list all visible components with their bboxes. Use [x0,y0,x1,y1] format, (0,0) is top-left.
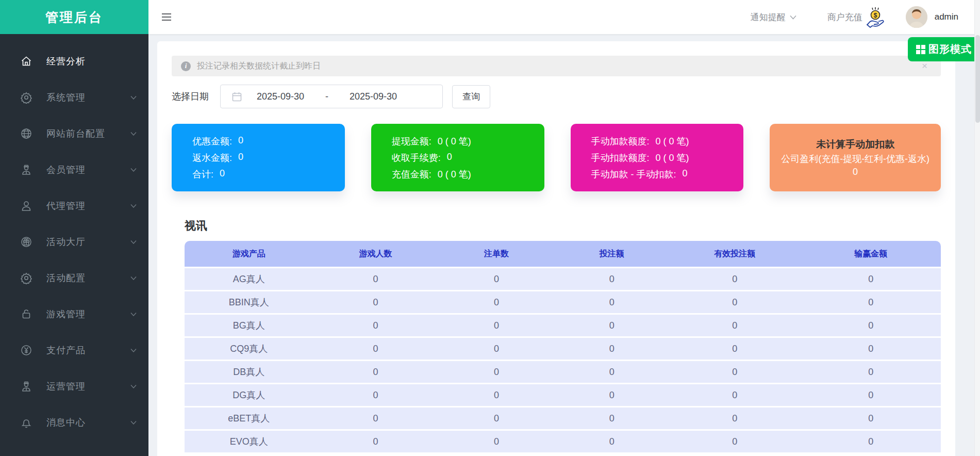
date-range-input[interactable]: 2025-09-30 - 2025-09-30 [220,85,443,108]
sidebar-item-10[interactable]: 消息中心 [0,404,148,441]
value-cell: 0 [555,320,669,331]
info-banner-text: 投注记录相关数据统计截止到昨日 [197,61,922,72]
gift-icon [20,235,33,249]
value-cell: 0 [555,436,669,447]
value-cell: 0 [669,436,801,447]
app-title: 管理后台 [45,9,103,26]
info-icon: i [181,61,191,71]
game-product-cell: BG真人 [185,319,313,332]
gear-icon [20,271,33,285]
sidebar-item-3[interactable]: 会员管理 [0,152,148,188]
value-cell: 0 [438,436,555,447]
value-cell: 0 [438,413,555,424]
lock-icon [20,307,33,321]
sidebar-item-label: 代理管理 [46,200,130,212]
notice-label: 通知提醒 [751,11,786,23]
sidebar-menu: 经营分析系统管理网站前台配置会员管理代理管理活动大厅活动配置游戏管理支付产品运营… [0,34,148,441]
stat-label: 提现金额: [392,135,431,148]
member-icon [20,163,33,176]
gear-icon [20,91,33,104]
value-cell: 0 [801,344,941,354]
chevron-down-icon [130,383,137,390]
stat-label: 手动扣款额度: [591,152,650,164]
stat-value: 0 [683,168,688,181]
notice-dropdown[interactable]: 通知提醒 [751,11,796,23]
profit-card-subtitle: 公司盈利(充值-提现-红利-优惠-返水) [781,153,929,165]
sidebar-item-4[interactable]: 代理管理 [0,188,148,224]
value-cell: 0 [313,413,438,424]
sidebar-item-2[interactable]: 网站前台配置 [0,116,148,152]
merchant-recharge-label: 商户充值 [827,11,862,23]
sidebar-item-7[interactable]: 游戏管理 [0,296,148,332]
table-row: DG真人00000 [185,384,941,406]
stat-value: 0 ( 0 笔) [438,135,471,148]
sidebar-item-8[interactable]: 支付产品 [0,332,148,368]
column-header: 游戏产品 [185,249,313,259]
sidebar-item-6[interactable]: 活动配置 [0,260,148,296]
chevron-down-icon [130,130,137,137]
sidebar-item-9[interactable]: 运营管理 [0,368,148,404]
value-cell: 0 [669,297,801,308]
game-product-cell: EVO真人 [185,435,313,448]
chevron-down-icon [790,15,796,20]
column-header: 注单数 [438,249,555,259]
globe-icon [20,127,33,140]
sidebar-item-0[interactable]: 经营分析 [0,43,148,79]
stat-label: 手动加款额度: [591,135,650,148]
value-cell: 0 [438,367,555,378]
user-avatar[interactable] [906,6,927,28]
value-cell: 0 [313,390,438,401]
chevron-down-icon [130,419,137,426]
value-cell: 0 [313,436,438,447]
user-icon [20,199,33,213]
date-end-value[interactable]: 2025-09-30 [335,91,412,102]
sidebar-item-label: 活动大厅 [46,236,130,248]
sidebar-item-5[interactable]: 活动大厅 [0,224,148,260]
bell-icon [20,416,33,429]
value-cell: 0 [801,320,941,331]
stat-card-manual: 手动加款额度:0 ( 0 笔) 手动扣款额度:0 ( 0 笔) 手动加款 - 手… [571,124,744,191]
chevron-down-icon [130,274,137,282]
main-content: 图形模式 i 投注记录相关数据统计截止到昨日 × 选择日期 2025-09-30… [148,34,980,456]
stat-card-withdraw: 提现金额:0 ( 0 笔) 收取手续费:0 充值金额:0 ( 0 笔) [371,124,544,191]
table-row: BBIN真人00000 [185,291,941,313]
value-cell: 0 [801,367,941,378]
column-header: 投注额 [555,249,669,259]
value-cell: 0 [555,390,669,401]
yen-circle-icon [20,344,33,357]
column-header: 游戏人数 [313,249,438,259]
date-start-value[interactable]: 2025-09-30 [242,91,319,102]
value-cell: 0 [313,274,438,285]
sidebar-item-1[interactable]: 系统管理 [0,79,148,116]
value-cell: 0 [801,413,941,424]
value-cell: 0 [313,344,438,354]
svg-text:$: $ [873,12,877,19]
value-cell: 0 [801,390,941,401]
username[interactable]: admin [935,12,958,22]
stat-value: 0 [238,135,243,148]
stat-label: 手动加款 - 手动扣款: [591,168,676,181]
value-cell: 0 [669,344,801,354]
date-filter-row: 选择日期 2025-09-30 - 2025-09-30 查询 [172,85,941,108]
graph-mode-button[interactable]: 图形模式 [908,37,980,61]
value-cell: 0 [438,344,555,354]
sidebar-item-label: 运营管理 [46,380,130,393]
close-icon[interactable]: × [922,60,932,72]
member-icon [20,380,33,393]
sidebar: 管理后台 经营分析系统管理网站前台配置会员管理代理管理活动大厅活动配置游戏管理支… [0,0,148,456]
merchant-recharge-button[interactable]: 商户充值 $ [827,6,886,28]
hamburger-menu-icon[interactable] [162,13,171,21]
scrollbar-thumb[interactable] [975,35,980,123]
profit-card-title: 未计算手动加扣款 [816,138,894,151]
column-header: 有效投注额 [669,249,801,259]
chevron-down-icon [130,238,137,246]
section-title: 视讯 [185,218,941,234]
game-product-cell: BBIN真人 [185,296,313,308]
sidebar-item-label: 游戏管理 [46,308,130,320]
query-button[interactable]: 查询 [452,85,490,108]
vertical-scrollbar[interactable] [974,0,980,456]
value-cell: 0 [438,274,555,285]
table-row: AG真人00000 [185,268,941,290]
graph-mode-label: 图形模式 [928,42,972,56]
game-product-cell: CQ9真人 [185,343,313,355]
